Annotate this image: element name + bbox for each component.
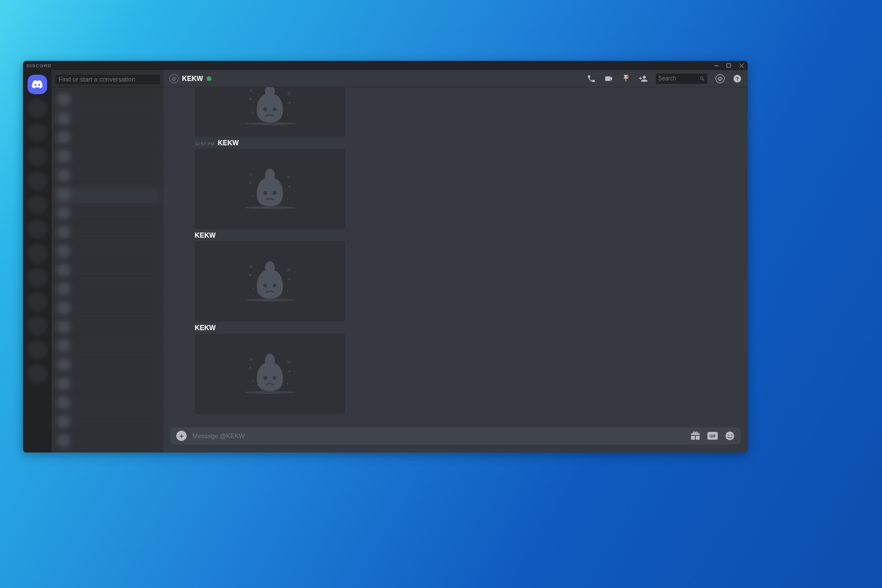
server-item[interactable]: [28, 123, 47, 142]
svg-point-13: [273, 191, 277, 195]
svg-point-19: [264, 284, 268, 288]
add-friends-button[interactable]: [639, 74, 648, 83]
home-button[interactable]: [28, 75, 47, 94]
svg-point-24: [287, 291, 288, 292]
dm-item[interactable]: [55, 434, 160, 451]
dm-item[interactable]: [55, 301, 160, 318]
start-video-call-button[interactable]: [604, 74, 613, 83]
server-item[interactable]: [28, 316, 47, 335]
svg-point-36: [731, 434, 732, 435]
dm-item[interactable]: [55, 149, 160, 167]
svg-point-35: [728, 434, 729, 435]
dm-item[interactable]: [55, 263, 160, 280]
message-author[interactable]: KEKW: [195, 324, 216, 332]
image-attachment[interactable]: [195, 87, 345, 137]
dm-item[interactable]: [55, 358, 160, 375]
dm-item[interactable]: [55, 396, 160, 413]
dm-item[interactable]: [55, 244, 160, 261]
image-attachment[interactable]: [195, 334, 345, 414]
message-list[interactable]: 12:57 PMKEKW KEKW KEKW: [164, 87, 748, 421]
svg-point-34: [726, 432, 734, 440]
dm-list[interactable]: [52, 87, 164, 452]
svg-point-12: [264, 191, 268, 195]
svg-point-21: [250, 274, 251, 276]
chat-recipient-name: KEKW: [182, 75, 203, 83]
dm-item[interactable]: [55, 415, 160, 432]
svg-point-9: [253, 111, 254, 113]
image-attachment[interactable]: [195, 149, 345, 229]
dm-search-container: [52, 70, 164, 87]
wumpus-placeholder-icon: [233, 256, 307, 307]
message-author[interactable]: KEKW: [218, 139, 239, 147]
svg-point-8: [289, 102, 290, 103]
gif-button[interactable]: GIF: [707, 431, 718, 441]
svg-point-27: [273, 376, 277, 380]
image-attachment[interactable]: [195, 241, 345, 322]
inbox-button[interactable]: @: [715, 74, 725, 83]
server-item[interactable]: [28, 364, 47, 384]
desktop-background: DISCORD: [0, 0, 882, 588]
dm-item-selected[interactable]: [55, 187, 160, 204]
pinned-messages-button[interactable]: [621, 74, 630, 83]
message: KEKW: [171, 231, 741, 322]
server-item[interactable]: [28, 292, 47, 311]
server-item[interactable]: [28, 99, 47, 118]
dm-item[interactable]: [55, 320, 160, 337]
dm-sidebar: [52, 70, 164, 452]
svg-text:GIF: GIF: [709, 434, 715, 438]
server-item[interactable]: [28, 340, 47, 359]
composer-row: + GIF: [164, 421, 748, 452]
svg-point-4: [244, 122, 295, 125]
app-name-label: DISCORD: [26, 63, 52, 68]
help-button[interactable]: ?: [733, 74, 742, 83]
at-icon: @: [169, 74, 179, 83]
dm-item[interactable]: [55, 168, 160, 185]
server-item[interactable]: [28, 268, 47, 287]
emoji-button[interactable]: [725, 431, 735, 441]
svg-point-17: [287, 198, 288, 199]
dm-item[interactable]: [55, 377, 160, 394]
server-item[interactable]: [28, 219, 47, 239]
message-search-input[interactable]: [658, 75, 697, 82]
dm-item[interactable]: [55, 111, 160, 129]
dm-item[interactable]: [55, 225, 160, 242]
server-item[interactable]: [28, 147, 47, 167]
svg-point-7: [250, 98, 251, 99]
dm-item[interactable]: [55, 92, 160, 110]
svg-point-15: [289, 186, 290, 187]
discord-logo-icon: [32, 79, 43, 90]
server-item[interactable]: [28, 171, 47, 191]
svg-point-11: [244, 206, 295, 209]
discord-window: DISCORD: [23, 61, 748, 452]
attach-button[interactable]: +: [176, 431, 187, 441]
svg-point-25: [244, 391, 295, 394]
message-input[interactable]: [192, 432, 684, 439]
message: KEKW: [171, 324, 741, 414]
svg-point-23: [253, 288, 254, 289]
svg-text:?: ?: [736, 76, 739, 82]
message-search[interactable]: [656, 74, 707, 84]
svg-point-30: [253, 380, 254, 381]
wumpus-placeholder-icon: [233, 163, 307, 215]
server-item[interactable]: [28, 243, 47, 263]
svg-point-10: [287, 114, 288, 115]
chat-header: @ KEKW: [164, 70, 748, 87]
maximize-button[interactable]: [722, 61, 735, 70]
svg-point-29: [289, 371, 290, 372]
gift-button[interactable]: [690, 431, 701, 441]
message-author[interactable]: KEKW: [195, 231, 216, 239]
svg-point-18: [244, 299, 295, 301]
start-voice-call-button[interactable]: [587, 74, 596, 83]
dm-item[interactable]: [55, 282, 160, 299]
svg-point-28: [250, 367, 251, 368]
dm-item[interactable]: [55, 130, 160, 148]
svg-point-16: [253, 195, 254, 196]
server-item[interactable]: [28, 195, 47, 215]
minimize-button[interactable]: [710, 61, 722, 70]
composer-box[interactable]: + GIF: [171, 427, 741, 444]
dm-item[interactable]: [55, 339, 160, 356]
dm-search-input[interactable]: [55, 75, 160, 84]
svg-point-6: [273, 107, 277, 111]
close-button[interactable]: [735, 61, 748, 70]
dm-item[interactable]: [55, 206, 160, 223]
